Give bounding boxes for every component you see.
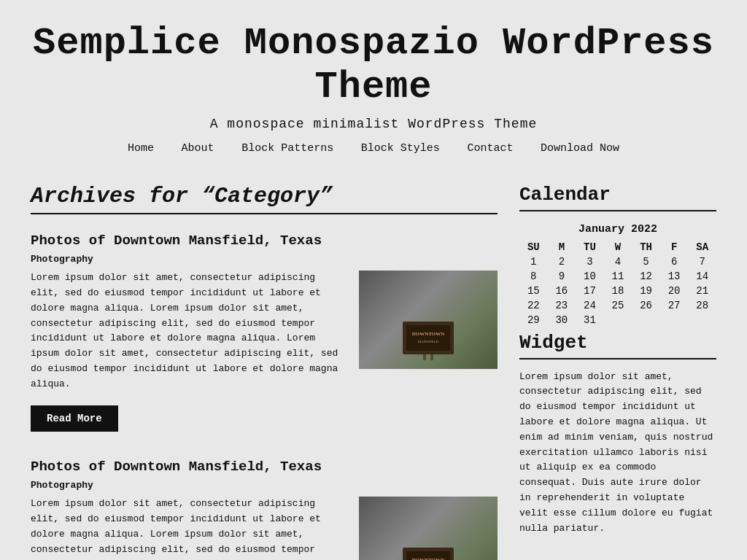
calendar-day: 19 — [632, 284, 660, 298]
svg-text:MANSFIELD: MANSFIELD — [418, 340, 439, 343]
calendar-day: 10 — [576, 269, 604, 284]
content-area: Archives for “Category” Photos of Downto… — [31, 184, 498, 560]
nav-download[interactable]: Download Now — [541, 142, 619, 155]
calendar-day: 25 — [604, 298, 632, 313]
calendar-day: 22 — [519, 298, 548, 313]
calendar-day: 16 — [548, 284, 576, 298]
calendar-day: 20 — [660, 284, 689, 298]
post-item: Photos of Downtown Mansfield, Texas Phot… — [31, 458, 498, 560]
nav-block-styles[interactable]: Block Styles — [361, 142, 440, 155]
calendar-day — [660, 313, 689, 327]
nav-about[interactable]: About — [182, 142, 214, 155]
calendar-day: 7 — [688, 254, 716, 269]
svg-rect-5 — [430, 354, 433, 360]
sidebar: Calendar January 2022 SU M TU W TH F SA … — [519, 184, 716, 560]
calendar-widget-title: Calendar — [519, 184, 716, 206]
calendar-day: 29 — [519, 313, 548, 327]
calendar-day: 31 — [576, 313, 604, 327]
calendar-table: January 2022 SU M TU W TH F SA 123456789… — [519, 222, 716, 327]
calendar-day: 15 — [519, 284, 548, 298]
calendar-day: 4 — [604, 254, 632, 269]
widget-text: Lorem ipsum dolor sit amet, consectetur … — [519, 370, 716, 537]
calendar-day: 28 — [688, 298, 716, 313]
post-layout: Lorem ipsum dolor sit amet, consectetur … — [31, 271, 498, 431]
archives-title: Archives for “Category” — [31, 184, 498, 209]
calendar-day — [604, 313, 632, 327]
svg-text:DOWNTOWN: DOWNTOWN — [412, 331, 445, 337]
calendar-day: 27 — [660, 298, 689, 313]
calendar-day: 26 — [632, 298, 660, 313]
main-container: Archives for “Category” Photos of Downto… — [16, 184, 731, 560]
calendar-day: 9 — [548, 269, 576, 284]
calendar-day: 17 — [576, 284, 604, 298]
calendar-day: 1 — [519, 254, 548, 269]
calendar-day: 14 — [688, 269, 716, 284]
site-header: Semplice Monospazio WordPress Theme A mo… — [0, 0, 747, 131]
post-layout: Lorem ipsum dolor sit amet, consectetur … — [31, 497, 498, 560]
svg-rect-4 — [423, 354, 426, 360]
post-text: Lorem ipsum dolor sit amet, consectetur … — [31, 497, 347, 560]
post-category: Photography — [31, 480, 498, 491]
calendar-day: 21 — [688, 284, 716, 298]
post-title: Photos of Downtown Mansfield, Texas — [31, 232, 498, 250]
calendar-divider — [519, 210, 716, 211]
post-excerpt: Lorem ipsum dolor sit amet, consectetur … — [31, 497, 347, 560]
calendar-day: 13 — [660, 269, 689, 284]
site-title: Semplice Monospazio WordPress Theme — [15, 22, 732, 109]
calendar-day: 3 — [576, 254, 604, 269]
widget-divider — [519, 358, 716, 359]
post-category: Photography — [31, 254, 498, 265]
calendar-day: 18 — [604, 284, 632, 298]
nav-home[interactable]: Home — [128, 142, 154, 155]
site-tagline: A monospace minimalist WordPress Theme — [15, 117, 732, 131]
calendar-day: 30 — [548, 313, 576, 327]
nav-block-patterns[interactable]: Block Patterns — [241, 142, 333, 155]
calendar-month: January 2022 — [519, 222, 716, 240]
cal-header-th: TH — [632, 240, 660, 254]
calendar-day — [632, 313, 660, 327]
cal-header-su: SU — [519, 240, 548, 254]
calendar-day: 11 — [604, 269, 632, 284]
post-title: Photos of Downtown Mansfield, Texas — [31, 458, 498, 476]
post-excerpt: Lorem ipsum dolor sit amet, consectetur … — [31, 271, 347, 392]
calendar-day: 24 — [576, 298, 604, 313]
nav-contact[interactable]: Contact — [467, 142, 513, 155]
calendar-day: 2 — [548, 254, 576, 269]
cal-header-w: W — [604, 240, 632, 254]
calendar-day: 5 — [632, 254, 660, 269]
cal-header-sa: SA — [688, 240, 716, 254]
svg-rect-1 — [406, 325, 450, 351]
calendar-day: 12 — [632, 269, 660, 284]
calendar-day: 8 — [519, 269, 548, 284]
post-item: Photos of Downtown Mansfield, Texas Phot… — [31, 232, 498, 432]
main-nav: Home About Block Patterns Block Styles C… — [0, 141, 747, 169]
post-image: DOWNTOWN MANSFIELD — [359, 271, 498, 369]
calendar-day — [688, 313, 716, 327]
post-image: DOWNTOWN MANSFIELD — [359, 497, 498, 560]
calendar-day: 6 — [660, 254, 689, 269]
svg-text:DOWNTOWN: DOWNTOWN — [412, 557, 445, 560]
widget-title: Widget — [519, 332, 716, 354]
read-more-button[interactable]: Read More — [31, 405, 118, 432]
post-text: Lorem ipsum dolor sit amet, consectetur … — [31, 271, 347, 431]
archives-divider — [31, 213, 498, 214]
cal-header-f: F — [660, 240, 689, 254]
cal-header-m: M — [548, 240, 576, 254]
cal-header-tu: TU — [576, 240, 604, 254]
downtown-sign-icon: DOWNTOWN MANSFIELD — [395, 318, 461, 362]
calendar-day: 23 — [548, 298, 576, 313]
downtown-sign-icon-2: DOWNTOWN MANSFIELD — [395, 544, 461, 560]
